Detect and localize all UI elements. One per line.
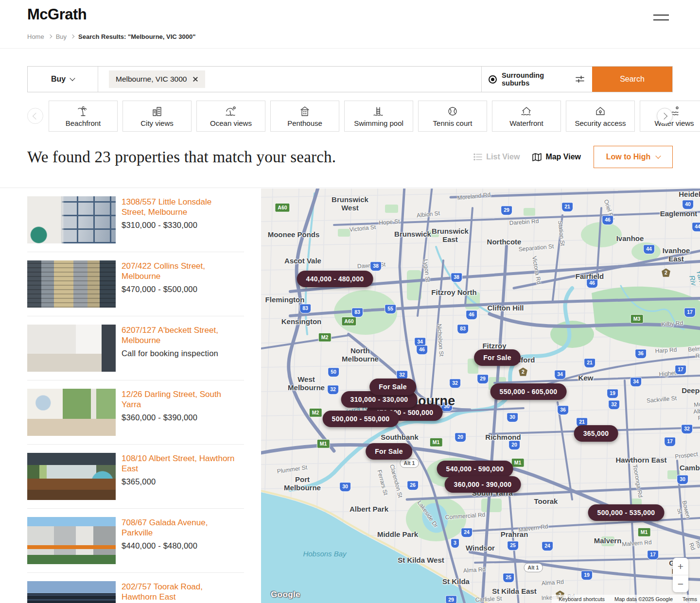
sort-dropdown[interactable]: Low to High xyxy=(594,146,673,168)
mcgrath-logo[interactable]: McGrath xyxy=(27,6,87,23)
scroll-left-button[interactable] xyxy=(27,108,43,124)
arrow-left-icon xyxy=(33,112,39,119)
breadcrumb: Home Buy Search Results: "Melbourne, VIC… xyxy=(27,33,195,40)
list-view-toggle[interactable]: List View xyxy=(473,153,520,161)
listing-type-dropdown[interactable]: Buy xyxy=(28,67,98,92)
map-pin-for-sale[interactable]: For Sale xyxy=(369,379,416,395)
map-pin-price[interactable]: 365,000 xyxy=(574,425,618,442)
chevron-right-icon xyxy=(70,34,74,38)
property-address-link[interactable]: 708/67 Galada Avenue, Parkville xyxy=(122,518,237,538)
map-pin-price[interactable]: 440,000 - 480,000 xyxy=(297,271,373,287)
property-price: $440,000 - $480,000 xyxy=(122,541,237,551)
filters-icon[interactable] xyxy=(575,74,585,85)
property-address-link[interactable]: 207/422 Collins Street, Melbourne xyxy=(122,261,237,281)
quick-filter-label: Beachfront xyxy=(66,119,101,127)
list-view-label: List View xyxy=(486,153,520,161)
penthouse-icon xyxy=(299,105,311,117)
property-address-link[interactable]: 1308/557 Little Lonsdale Street, Melbour… xyxy=(122,197,237,217)
map-pin-price[interactable]: 500,000 - 535,000 xyxy=(588,504,665,521)
property-price: Call for booking inspection xyxy=(122,349,237,358)
listing-type-label: Buy xyxy=(51,75,66,84)
property-photo[interactable] xyxy=(27,581,116,603)
waterfront-icon xyxy=(521,105,532,117)
property-card[interactable]: 108/10 Albert Street, Hawthorn East$365,… xyxy=(27,445,244,509)
surrounding-suburbs-label: Surrounding suburbs xyxy=(502,71,568,87)
terms-link[interactable]: Terms xyxy=(682,596,697,602)
keyboard-shortcuts-link[interactable]: Keyboard shortcuts xyxy=(559,596,605,602)
quick-filter-label: City views xyxy=(140,119,174,127)
surrounding-suburbs-option: Surrounding suburbs xyxy=(481,67,592,92)
map-base-layer xyxy=(261,189,700,603)
security-icon xyxy=(595,105,606,117)
property-list: 1308/557 Little Lonsdale Street, Melbour… xyxy=(27,188,244,603)
surrounding-suburbs-radio[interactable] xyxy=(489,75,497,84)
zoom-in-button[interactable]: + xyxy=(673,558,688,575)
map-view-label: Map View xyxy=(545,153,581,161)
property-photo[interactable] xyxy=(27,517,116,564)
view-controls: List View Map View Low to High xyxy=(473,146,673,168)
quick-filter-label: Security access xyxy=(575,119,626,127)
quick-filter-ocean-views[interactable]: Ocean views xyxy=(196,101,265,132)
map-canvas[interactable]: + − Google Keyboard shortcuts Map data ©… xyxy=(261,189,700,603)
property-photo[interactable] xyxy=(27,260,116,308)
map-attribution: Keyboard shortcuts Map data ©2025 Google… xyxy=(552,595,700,603)
quick-filter-label: Swimming pool xyxy=(354,119,403,127)
quick-filter-waterfront[interactable]: Waterfront xyxy=(492,101,561,132)
quick-filter-chips: BeachfrontCity viewsOcean viewsPenthouse… xyxy=(49,101,700,132)
property-address-link[interactable]: 202/757 Toorak Road, Hawthorn East xyxy=(122,582,237,602)
property-address-link[interactable]: 6207/127 A'beckett Street, Melbourne xyxy=(122,326,237,345)
quick-filter-label: Ocean views xyxy=(210,119,252,127)
property-card[interactable]: 708/67 Galada Avenue, Parkville$440,000 … xyxy=(27,509,244,573)
location-chip-label: Melbourne, VIC 3000 xyxy=(116,75,187,84)
property-card[interactable]: 6207/127 A'beckett Street, MelbourneCall… xyxy=(27,316,244,380)
property-card[interactable]: 12/26 Darling Street, South Yarra$360,00… xyxy=(27,380,244,445)
map-pin-price[interactable]: 540,000 - 590,000 xyxy=(437,461,513,477)
chevron-right-icon xyxy=(48,34,52,38)
breadcrumb-home[interactable]: Home xyxy=(27,33,44,40)
property-price: $310,000 - $330,000 xyxy=(122,221,237,230)
breadcrumb-buy[interactable]: Buy xyxy=(56,33,67,40)
quick-filter-penthouse[interactable]: Penthouse xyxy=(270,101,339,132)
search-input[interactable]: Melbourne, VIC 3000 xyxy=(98,67,481,92)
quick-filter-city-views[interactable]: City views xyxy=(122,101,192,132)
map-pin-price[interactable]: 500,000 - 550,000 xyxy=(323,411,399,427)
map-view-toggle[interactable]: Map View xyxy=(532,153,581,161)
property-card[interactable]: 1308/557 Little Lonsdale Street, Melbour… xyxy=(27,188,244,252)
property-card[interactable]: 202/757 Toorak Road, Hawthorn East$500,0… xyxy=(27,573,244,603)
property-photo[interactable] xyxy=(27,389,116,436)
map-icon xyxy=(532,153,542,161)
site-header: McGrath Home Buy Search Results: "Melbou… xyxy=(0,0,700,49)
property-price: $365,000 xyxy=(122,477,237,486)
sort-label: Low to High xyxy=(606,153,651,161)
property-photo[interactable] xyxy=(27,325,116,372)
chevron-down-icon xyxy=(656,153,661,158)
property-photo[interactable] xyxy=(27,196,116,243)
search-button[interactable]: Search xyxy=(592,67,672,92)
map-pin-price[interactable]: 550,000 - 605,000 xyxy=(490,383,567,400)
remove-location-icon[interactable] xyxy=(192,76,198,82)
map-pin-for-sale[interactable]: For Sale xyxy=(474,349,521,366)
scroll-right-button[interactable] xyxy=(657,108,673,124)
quick-filter-tennis-court[interactable]: Tennis court xyxy=(418,101,487,132)
map-pin-price[interactable]: 360,000 - 390,000 xyxy=(445,476,521,493)
quick-filter-swimming-pool[interactable]: Swimming pool xyxy=(344,101,413,132)
tennis-icon xyxy=(447,105,458,117)
property-card[interactable]: 207/422 Collins Street, Melbourne$470,00… xyxy=(27,252,244,316)
breadcrumb-current: Search Results: "Melbourne, VIC 3000" xyxy=(78,33,195,40)
search-bar: Buy Melbourne, VIC 3000 Surrounding subu… xyxy=(27,66,673,92)
map-pin-for-sale[interactable]: For Sale xyxy=(366,443,412,460)
property-price: $470,000 - $500,000 xyxy=(122,285,237,294)
ocean-icon xyxy=(225,105,237,117)
property-address-link[interactable]: 12/26 Darling Street, South Yarra xyxy=(122,390,237,410)
menu-icon[interactable] xyxy=(653,11,669,21)
pool-icon xyxy=(373,105,385,117)
city-icon xyxy=(151,105,163,117)
quick-filter-beachfront[interactable]: Beachfront xyxy=(49,101,118,132)
quick-filter-security-access[interactable]: Security access xyxy=(566,101,635,132)
property-photo[interactable] xyxy=(27,453,116,500)
arrow-right-icon xyxy=(661,112,667,119)
property-address-link[interactable]: 108/10 Albert Street, Hawthorn East xyxy=(122,454,237,474)
google-logo[interactable]: Google xyxy=(271,590,300,600)
zoom-out-button[interactable]: − xyxy=(673,575,688,592)
quick-filter-row: BeachfrontCity viewsOcean viewsPenthouse… xyxy=(0,101,700,132)
